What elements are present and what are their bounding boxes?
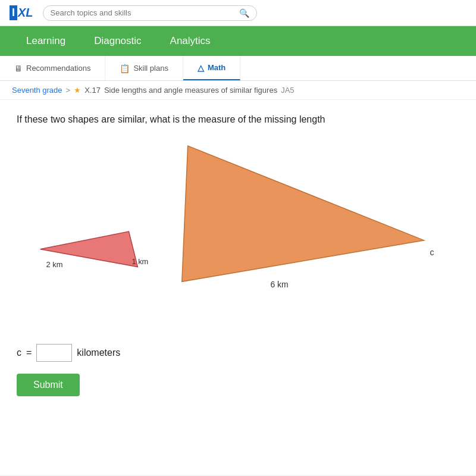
answer-unit: kilometers [77, 347, 120, 358]
breadcrumb: Seventh grade > ★ X.17 Side lengths and … [0, 81, 476, 100]
logo-xl: XL [18, 6, 33, 20]
tab-recommendations[interactable]: 🖥 Recommendations [0, 56, 105, 80]
search-icon: 🔍 [239, 8, 249, 18]
answer-equals: = [26, 347, 32, 358]
shapes-svg: 6 km c 2 km 1 km [17, 139, 459, 324]
large-triangle [182, 146, 424, 281]
tab-recommendations-label: Recommendations [26, 64, 90, 73]
tab-math-label: Math [208, 63, 226, 72]
large-triangle-right-label: c [430, 248, 434, 257]
math-icon: △ [198, 63, 204, 73]
shapes-area: 6 km c 2 km 1 km [17, 139, 459, 330]
answer-variable: c [17, 347, 21, 358]
small-triangle-right-label: 1 km [131, 257, 148, 266]
search-bar[interactable]: 🔍 [43, 5, 257, 21]
top-bar: I XL 🔍 [0, 0, 476, 26]
logo-bracket: I [10, 5, 17, 20]
nav-bar: Learning Diagnostic Analytics [0, 26, 476, 56]
breadcrumb-star-icon: ★ [74, 86, 81, 95]
answer-input[interactable] [36, 344, 72, 362]
breadcrumb-skill-name: Side lengths and angle measures of simil… [104, 86, 277, 95]
logo: I XL [10, 5, 33, 20]
answer-row: c = kilometers [17, 344, 459, 362]
breadcrumb-skill-id: X.17 [84, 86, 101, 95]
nav-item-learning[interactable]: Learning [12, 26, 80, 56]
recommendations-icon: 🖥 [14, 64, 23, 73]
large-triangle-bottom-label: 6 km [271, 280, 289, 289]
tab-math[interactable]: △ Math [183, 56, 240, 80]
breadcrumb-sep: > [66, 86, 71, 95]
skill-plans-icon: 📋 [120, 64, 130, 73]
main-content: If these two shapes are similar, what is… [0, 100, 476, 475]
breadcrumb-grade[interactable]: Seventh grade [12, 86, 62, 95]
nav-item-diagnostic[interactable]: Diagnostic [80, 26, 155, 56]
breadcrumb-code: JA5 [281, 86, 294, 95]
tab-bar: 🖥 Recommendations 📋 Skill plans △ Math [0, 56, 476, 81]
small-triangle-left-label: 2 km [46, 260, 63, 269]
question-text: If these two shapes are similar, what is… [17, 114, 459, 125]
submit-button[interactable]: Submit [17, 374, 80, 396]
tab-skill-plans-label: Skill plans [133, 64, 168, 73]
search-input[interactable] [51, 8, 236, 17]
nav-item-analytics[interactable]: Analytics [156, 26, 225, 56]
tab-skill-plans[interactable]: 📋 Skill plans [105, 56, 183, 80]
